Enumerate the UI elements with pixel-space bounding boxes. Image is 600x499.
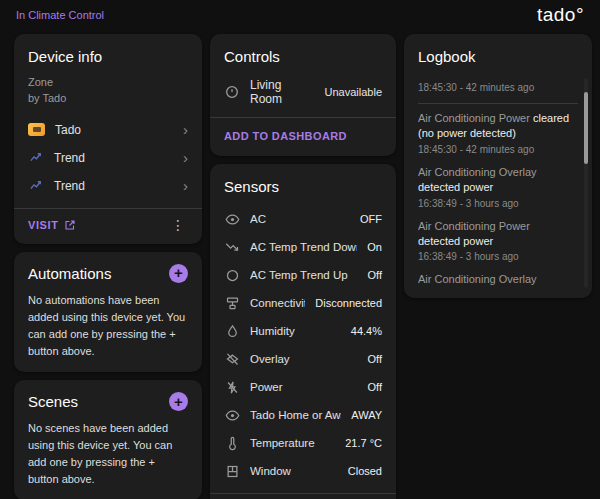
divider	[210, 493, 396, 494]
trending-down-icon	[224, 240, 240, 255]
server-network-icon	[224, 296, 240, 311]
sensor-row-ac[interactable]: AC OFF	[224, 205, 382, 233]
flash-off-icon	[224, 380, 240, 395]
sensor-state: Off	[368, 269, 382, 281]
logbook-entity-link[interactable]: Air Conditioning Overlay	[418, 273, 537, 285]
breadcrumb[interactable]: In Climate Control	[16, 9, 104, 21]
open-in-new-icon	[64, 219, 76, 231]
sensor-name: Connectivity	[250, 297, 305, 309]
sensor-state: AWAY	[351, 409, 382, 421]
controls-title: Controls	[224, 48, 382, 65]
sensor-name: Overlay	[250, 353, 358, 365]
sensor-row-power[interactable]: Power Off	[224, 373, 382, 401]
scrollbar-thumb[interactable]	[584, 92, 588, 164]
device-info-footer: VISIT ⋮	[28, 218, 188, 232]
scenes-empty-text: No scenes have been added using this dev…	[28, 420, 188, 488]
add-automation-button[interactable]: +	[169, 264, 188, 283]
circle-outline-icon	[224, 268, 240, 283]
sensor-name: Power	[250, 381, 358, 393]
logbook-entity-link[interactable]: Air Conditioning Power	[418, 112, 530, 124]
scenes-title: Scenes	[28, 393, 78, 410]
main-content: Device info Zone by Tado Tado › Trend ›	[0, 28, 600, 499]
sensor-row-temperature[interactable]: Temperature 21.7 °C	[224, 429, 382, 457]
logbook-entry-time: 18:45:30 - 42 minutes ago	[418, 82, 570, 93]
sensor-state: On	[367, 241, 382, 253]
logbook-list[interactable]: 18:45:30 - 42 minutes ago Air Conditioni…	[418, 75, 578, 291]
logbook-entry-time: 16:38:49 - 3 hours ago	[418, 251, 570, 262]
sensor-name: AC	[250, 213, 350, 225]
add-scene-button[interactable]: +	[169, 392, 188, 411]
logbook-entry-message: Air Conditioning Overlay cleared (no pow…	[418, 272, 570, 291]
sensor-row-ac-temp-trend-up[interactable]: AC Temp Trend Up Off	[224, 261, 382, 289]
sensor-row-ac-temp-trend-down[interactable]: AC Temp Trend Down On	[224, 233, 382, 261]
visit-label: VISIT	[28, 219, 59, 231]
scenes-header: Scenes +	[28, 392, 188, 411]
sensor-state: 21.7 °C	[345, 437, 382, 449]
logbook-entry-message: Air Conditioning Overlay detected power	[418, 165, 570, 196]
sensor-state: OFF	[360, 213, 382, 225]
logbook-entity-link[interactable]: Air Conditioning Power	[418, 220, 530, 232]
eye-icon	[224, 408, 240, 423]
sensor-name: Window	[250, 465, 338, 477]
logbook-entry-message: Air Conditioning Power detected power	[418, 219, 570, 250]
chevron-right-icon: ›	[183, 178, 188, 193]
more-options-icon[interactable]: ⋮	[168, 218, 188, 232]
sensor-state: Off	[368, 381, 382, 393]
left-column: Device info Zone by Tado Tado › Trend ›	[14, 34, 202, 499]
sensor-state: Closed	[348, 465, 382, 477]
logbook-entry[interactable]: Air Conditioning Overlay cleared (no pow…	[418, 272, 570, 291]
tado-logo: tado°	[537, 4, 584, 26]
control-state: Unavailable	[325, 86, 382, 98]
logbook-entry[interactable]: Air Conditioning Overlay detected power …	[418, 165, 570, 209]
chevron-right-icon: ›	[183, 122, 188, 137]
tado-app-icon	[28, 123, 45, 136]
add-to-dashboard-link[interactable]: ADD TO DASHBOARD	[224, 127, 347, 142]
device-info-title: Device info	[28, 48, 188, 65]
control-name: Living Room	[250, 78, 315, 106]
sensors-title: Sensors	[224, 178, 382, 195]
sensor-name: Temperature	[250, 437, 335, 449]
chart-line-icon	[28, 178, 44, 193]
logbook-entry-action: detected power	[418, 181, 493, 193]
entity-row-trend-2[interactable]: Trend ›	[28, 172, 188, 200]
topbar: In Climate Control tado°	[0, 0, 600, 28]
sensor-row-tado-home-or-away[interactable]: Tado Home or Away AWAY	[224, 401, 382, 429]
entity-row-tado[interactable]: Tado ›	[28, 116, 188, 144]
logbook-entry-time: 18:45:30 - 42 minutes ago	[418, 144, 570, 155]
chart-line-icon	[28, 150, 44, 165]
logbook-entity-link[interactable]: Air Conditioning Overlay	[418, 166, 537, 178]
sensor-row-humidity[interactable]: Humidity 44.4%	[224, 317, 382, 345]
entity-label: Trend	[54, 179, 173, 193]
automations-empty-text: No automations have been added using thi…	[28, 292, 188, 360]
logbook-entry[interactable]: Air Conditioning Power cleared (no power…	[418, 111, 570, 155]
device-area: Zone	[28, 75, 188, 91]
sensor-name: AC Temp Trend Up	[250, 269, 358, 281]
divider	[210, 117, 396, 118]
sensor-state: 44.4%	[351, 325, 382, 337]
eye-icon	[224, 212, 240, 227]
logbook-entry[interactable]: Air Conditioning Power detected power 16…	[418, 219, 570, 263]
chevron-right-icon: ›	[183, 150, 188, 165]
right-column: Logbook 18:45:30 - 42 minutes ago Air Co…	[404, 34, 592, 298]
window-closed-icon	[224, 464, 240, 479]
automations-card: Automations + No automations have been a…	[14, 252, 202, 372]
logbook-title: Logbook	[418, 48, 578, 65]
logbook-entry-action: detected power	[418, 235, 493, 247]
visit-link[interactable]: VISIT	[28, 219, 76, 231]
device-info-card: Device info Zone by Tado Tado › Trend ›	[14, 34, 202, 244]
layers-off-icon	[224, 352, 240, 367]
controls-card: Controls Living Room Unavailable ADD TO …	[210, 34, 396, 156]
sensor-name: Humidity	[250, 325, 341, 337]
sensor-row-window[interactable]: Window Closed	[224, 457, 382, 485]
control-row-living-room[interactable]: Living Room Unavailable	[224, 75, 382, 109]
logbook-entry-partial[interactable]: 18:45:30 - 42 minutes ago	[418, 82, 570, 93]
entity-row-trend-1[interactable]: Trend ›	[28, 144, 188, 172]
sensor-row-overlay[interactable]: Overlay Off	[224, 345, 382, 373]
thermometer-icon	[224, 436, 240, 451]
device-manufacturer: by Tado	[28, 91, 188, 107]
tado-app-icon-mark	[33, 127, 41, 132]
sensor-state: Off	[368, 353, 382, 365]
sensor-row-connectivity[interactable]: Connectivity Disconnected	[224, 289, 382, 317]
app-root: In Climate Control tado° Device info Zon…	[0, 0, 600, 499]
logbook-entry-message: Air Conditioning Power cleared (no power…	[418, 111, 570, 142]
